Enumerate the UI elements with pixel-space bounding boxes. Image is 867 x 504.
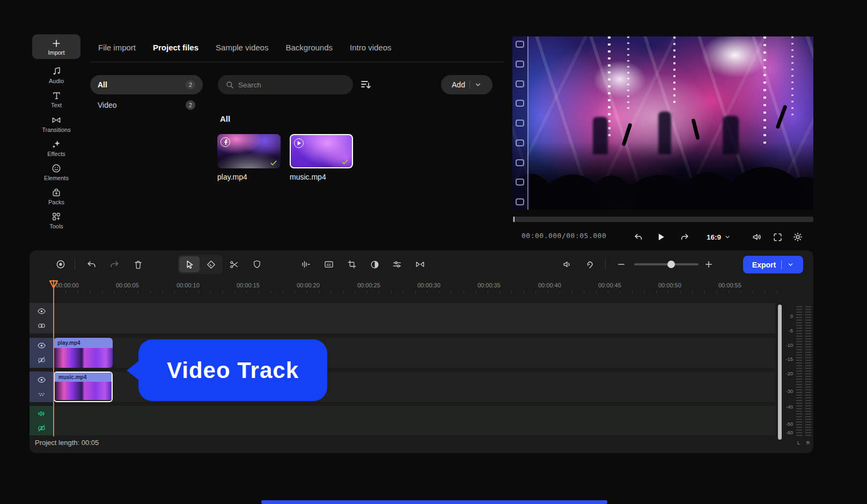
transition-button[interactable]: [413, 257, 427, 271]
film-sprocket: [516, 61, 524, 68]
zoom-out-button[interactable]: [614, 257, 628, 271]
meter-scale-label: 0: [790, 314, 793, 319]
meter-led-column-right: [805, 306, 811, 437]
meter-led-column-left: [796, 306, 802, 437]
vertical-scrollbar[interactable]: [778, 305, 782, 440]
chevron-down-icon[interactable]: [474, 81, 482, 88]
clip-name: music.mp4: [55, 373, 112, 382]
meter-scale-label: -60: [786, 430, 793, 435]
sidebar-item-label: Text: [51, 102, 62, 108]
timeline-panel: CC: [30, 250, 813, 453]
media-item-name: play.mp4: [217, 173, 247, 181]
tab-intro-videos[interactable]: Intro videos: [350, 43, 392, 60]
ruler-tick: 00:00:50: [658, 282, 681, 288]
chevron-down-icon[interactable]: [787, 261, 794, 268]
sidebar-item-text[interactable]: Text: [32, 87, 80, 112]
beat-marks-icon[interactable]: [37, 390, 46, 399]
sidebar-item-packs[interactable]: Packs: [32, 184, 80, 208]
track-lane[interactable]: [54, 303, 775, 333]
sidebar-item-label: Tools: [49, 223, 63, 229]
zoom-slider-knob[interactable]: [667, 261, 675, 268]
sidebar-item-transitions[interactable]: Transitions: [32, 112, 80, 136]
timeline-playhead[interactable]: [53, 280, 54, 436]
media-filter-list: All 2 Video 2: [90, 75, 203, 115]
filter-video[interactable]: Video 2: [90, 95, 203, 115]
ruler-tick: 00:00:10: [177, 282, 200, 288]
unlink-icon[interactable]: [37, 424, 46, 433]
delete-button[interactable]: [131, 257, 145, 271]
film-sprocket: [516, 159, 524, 166]
mask-button[interactable]: [250, 257, 264, 271]
sidebar-item-effects[interactable]: Effects: [32, 136, 80, 160]
sidebar-item-tools[interactable]: Tools: [32, 208, 80, 232]
film-sprocket: [516, 100, 524, 107]
skip-forward-button[interactable]: [678, 230, 692, 244]
search-box[interactable]: [218, 75, 353, 94]
button-divider: [469, 80, 470, 89]
eye-icon[interactable]: [37, 341, 46, 350]
preview-settings-button[interactable]: [791, 230, 805, 244]
tab-project-files[interactable]: Project files: [153, 43, 199, 60]
mute-track-button[interactable]: [560, 257, 574, 271]
snap-button[interactable]: [583, 257, 597, 271]
skip-back-button[interactable]: [631, 230, 645, 244]
track-header: [30, 372, 54, 402]
timeline-zoom-slider[interactable]: [634, 263, 699, 265]
seek-playhead[interactable]: [513, 217, 515, 222]
undo-button[interactable]: [85, 257, 99, 271]
play-button[interactable]: [654, 230, 668, 244]
audio-levels-button[interactable]: [299, 257, 313, 271]
captions-icon: CC: [324, 259, 334, 270]
tab-file-import[interactable]: File import: [98, 43, 136, 60]
zoom-in-button[interactable]: [702, 257, 716, 271]
search-input[interactable]: [238, 81, 335, 89]
add-button[interactable]: Add: [441, 75, 493, 94]
clip-name: play.mp4: [54, 338, 113, 348]
captions-button[interactable]: CC: [322, 257, 336, 271]
playhead-handle-icon[interactable]: [49, 280, 58, 290]
link-icon[interactable]: [37, 321, 46, 330]
preview-seek-bar[interactable]: [512, 217, 813, 222]
split-button[interactable]: [227, 257, 241, 271]
filter-all[interactable]: All 2: [90, 75, 203, 94]
import-button[interactable]: Import: [32, 34, 80, 59]
preview-volume-button[interactable]: [750, 230, 764, 244]
record-icon: [55, 259, 66, 270]
eye-icon[interactable]: [37, 307, 46, 316]
redo-button[interactable]: [107, 257, 121, 271]
video-preview[interactable]: [512, 36, 813, 210]
contrast-icon: [370, 260, 380, 270]
clip-type-badge-icon: [221, 137, 230, 147]
unlink-icon[interactable]: [37, 355, 46, 365]
eye-icon[interactable]: [37, 375, 46, 384]
callout-tail: [127, 360, 139, 381]
media-item-play[interactable]: [217, 134, 281, 168]
sort-button[interactable]: [359, 78, 373, 92]
sidebar-item-audio[interactable]: Audio: [32, 63, 80, 87]
export-button[interactable]: Export: [743, 256, 803, 273]
media-item-music[interactable]: [290, 134, 353, 168]
speaker-icon: [562, 259, 572, 270]
sidebar-item-elements[interactable]: Elements: [32, 160, 80, 184]
media-sidebar: Import Audio Text Transitions Effects El…: [32, 34, 84, 232]
timeline-clip-music[interactable]: music.mp4: [54, 372, 113, 402]
crop-button[interactable]: [345, 257, 359, 271]
tabs-divider: [90, 62, 504, 62]
aspect-ratio-button[interactable]: 16:9: [707, 230, 731, 244]
blade-tool-button[interactable]: [201, 256, 221, 272]
transition-split-icon: [415, 259, 425, 270]
tab-sample-videos[interactable]: Sample videos: [216, 43, 268, 60]
select-tool-button[interactable]: [179, 256, 200, 272]
export-label: Export: [752, 261, 776, 269]
record-button[interactable]: [54, 257, 68, 271]
track-lane[interactable]: [54, 406, 775, 435]
speaker-icon[interactable]: [37, 409, 46, 418]
blade-icon: [206, 260, 216, 270]
adjust-button[interactable]: [390, 257, 404, 271]
tab-backgrounds[interactable]: Backgrounds: [285, 43, 333, 60]
timeline-ruler[interactable]: 00:00:00 00:00:05 00:00:10 00:00:15 00:0…: [30, 278, 781, 294]
media-tabs: File import Project files Sample videos …: [98, 43, 392, 60]
fullscreen-button[interactable]: [770, 230, 784, 244]
contrast-button[interactable]: [368, 257, 381, 271]
timeline-clip-play[interactable]: play.mp4: [54, 338, 113, 368]
